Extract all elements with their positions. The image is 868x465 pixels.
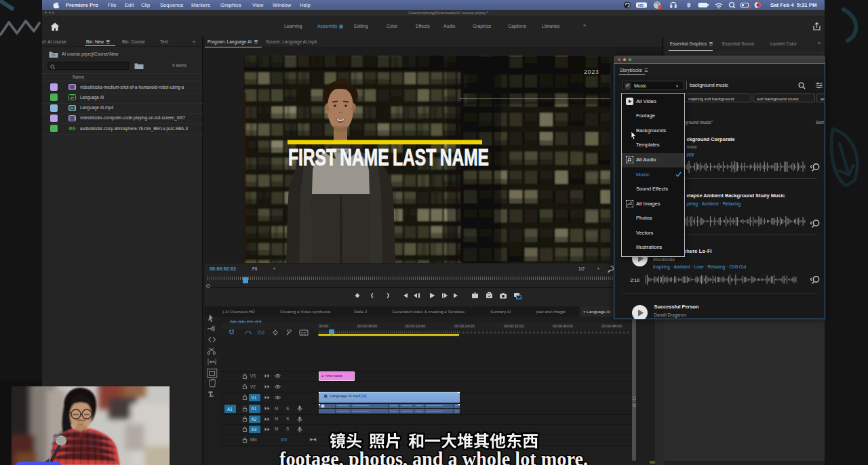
svg-text:footage, photos, and a whole l: footage, photos, and a whole lot more.	[279, 447, 588, 465]
